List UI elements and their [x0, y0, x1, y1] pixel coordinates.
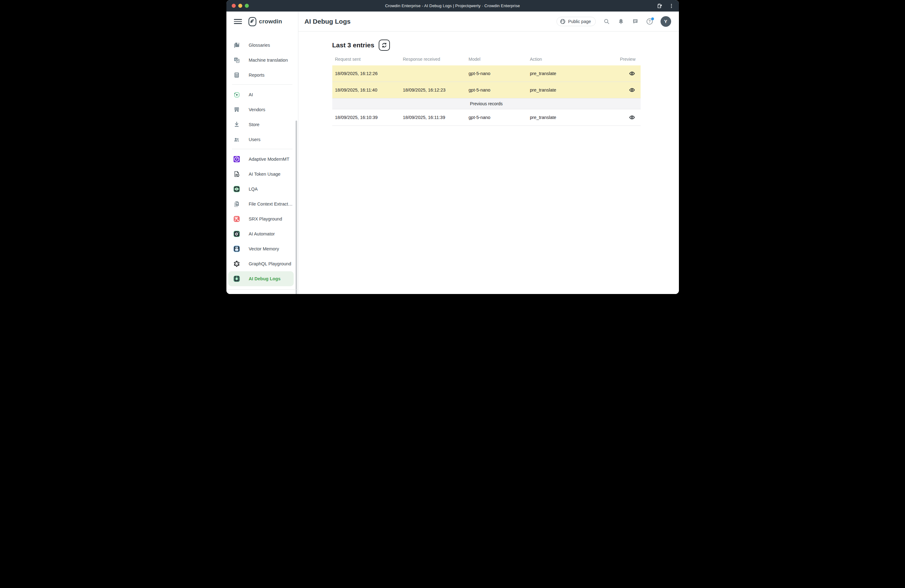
reports-icon	[233, 72, 240, 78]
sidebar-item-file-context-extractor[interactable]: File Context Extract…	[228, 197, 294, 211]
sidebar-item-label: Users	[249, 137, 260, 142]
cell-model: gpt-5-nano	[466, 87, 527, 92]
sidebar-item-label: Store	[249, 122, 260, 127]
svg-text:T: T	[236, 157, 238, 161]
window-titlebar: Crowdin Enterprise - AI Debug Logs | Pro…	[226, 0, 679, 11]
cell-request-sent: 18/09/2025, 16:11:40	[332, 87, 400, 92]
crowdin-logo[interactable]: crowdin	[248, 17, 282, 27]
preview-eye-icon[interactable]	[629, 72, 635, 76]
previous-records-button[interactable]: Previous records	[332, 99, 641, 109]
sidebar-item-ai-debug-logs[interactable]: AI Debug Logs	[228, 271, 294, 286]
graphql-playground-icon	[233, 261, 240, 267]
column-header-response-received: Response received	[400, 57, 466, 62]
content-area: Last 3 entries Request sent Response rec…	[298, 32, 679, 294]
store-icon	[233, 121, 240, 128]
hamburger-menu-icon[interactable]	[234, 18, 242, 25]
public-page-button[interactable]: Public page	[557, 17, 595, 26]
column-header-model: Model	[466, 57, 527, 62]
lqa-icon	[233, 186, 240, 192]
browser-menu-kebab-icon[interactable]	[668, 3, 675, 9]
extensions-puzzle-icon[interactable]	[656, 3, 663, 9]
sidebar-bottom-divider	[226, 289, 298, 290]
sidebar-item-label: AI	[249, 92, 253, 97]
column-header-request-sent: Request sent	[332, 57, 400, 62]
traffic-lights	[232, 0, 249, 11]
ai-debug-logs-icon	[233, 275, 240, 282]
sidebar-item-users[interactable]: Users	[228, 132, 294, 147]
sidebar-divider	[232, 84, 292, 85]
help-icon[interactable]: ?	[646, 18, 653, 25]
main-area: AI Debug Logs Public page	[298, 11, 679, 294]
main-header: AI Debug Logs Public page	[298, 11, 679, 32]
refresh-button[interactable]	[379, 40, 390, 51]
sidebar-item-label: Machine translation	[249, 57, 288, 63]
sidebar-item-vendors[interactable]: Vendors	[228, 102, 294, 117]
preview-eye-icon[interactable]	[629, 88, 635, 92]
messages-chat-icon[interactable]	[632, 18, 639, 25]
adaptive-modernmt-icon: T	[233, 156, 240, 162]
table-header-row: Request sent Response received Model Act…	[332, 53, 641, 65]
sidebar-item-label: Vector Memory	[249, 246, 279, 251]
sidebar-item-glossaries[interactable]: Glossaries	[228, 38, 294, 52]
ai-token-usage-icon	[233, 171, 240, 178]
sidebar-scrollbar[interactable]	[295, 121, 297, 294]
sidebar-divider	[232, 149, 292, 149]
help-notification-dot	[651, 17, 654, 20]
window-title: Crowdin Enterprise - AI Debug Logs | Pro…	[385, 3, 520, 8]
public-page-label: Public page	[568, 19, 591, 24]
column-header-preview: Preview	[613, 57, 641, 62]
sidebar-item-store[interactable]: Store	[228, 117, 294, 132]
sidebar-item-srx-playground[interactable]: SRX Playground	[228, 211, 294, 226]
close-window-button[interactable]	[232, 4, 236, 8]
sidebar-item-ai[interactable]: AI	[228, 87, 294, 102]
cell-action: pre_translate	[527, 87, 613, 92]
cell-action: pre_translate	[527, 71, 613, 76]
notifications-bell-icon[interactable]	[618, 18, 624, 25]
debug-logs-table: Request sent Response received Model Act…	[332, 53, 641, 126]
crowdin-wordmark: crowdin	[259, 18, 282, 25]
srx-playground-icon	[233, 216, 240, 222]
sidebar-item-label: LQA	[249, 186, 258, 192]
sidebar-item-label: Glossaries	[249, 43, 270, 48]
sidebar-item-ai-automator[interactable]: AI Automator	[228, 226, 294, 242]
entries-heading: Last 3 entries	[332, 41, 374, 49]
users-icon	[233, 136, 240, 143]
sidebar-item-vector-memory[interactable]: Vector Memory	[228, 242, 294, 256]
sidebar-item-label: Reports	[249, 73, 265, 78]
cell-request-sent: 18/09/2025, 16:12:26	[332, 71, 400, 76]
sidebar-header: crowdin	[226, 11, 298, 32]
cell-response-received: 18/09/2025, 16:11:39	[400, 115, 466, 120]
cell-model: gpt-5-nano	[466, 115, 527, 120]
vector-memory-icon	[233, 245, 240, 252]
table-row: 18/09/2025, 16:11:40 18/09/2025, 16:12:2…	[332, 82, 641, 99]
preview-eye-icon[interactable]	[629, 115, 635, 119]
file-context-extractor-icon	[233, 200, 240, 207]
sidebar-item-lqa[interactable]: LQA	[228, 181, 294, 197]
sidebar-item-label: SRX Playground	[249, 216, 282, 221]
search-icon[interactable]	[603, 18, 610, 25]
machine-translation-icon: G	[233, 57, 240, 64]
sidebar-item-label: AI Token Usage	[249, 172, 281, 176]
zoom-window-button[interactable]	[245, 4, 249, 8]
sidebar-item-label: Vendors	[249, 107, 265, 112]
sidebar-item-label: AI Automator	[249, 231, 275, 237]
sidebar-item-adaptive-modernmt[interactable]: T Adaptive ModernMT	[228, 152, 294, 167]
sidebar-item-graphql-playground[interactable]: GraphQL Playground	[228, 256, 294, 271]
cell-request-sent: 18/09/2025, 16:10:39	[332, 115, 400, 120]
table-row: 18/09/2025, 16:12:26 gpt-5-nano pre_tran…	[332, 65, 641, 82]
sidebar: crowdin Glossaries G Machine translation	[226, 11, 298, 294]
sidebar-item-ai-token-usage[interactable]: AI Token Usage	[228, 167, 294, 181]
cell-response-received: 18/09/2025, 16:12:23	[400, 87, 466, 92]
vendors-icon	[233, 106, 240, 113]
sidebar-item-reports[interactable]: Reports	[228, 68, 294, 83]
refresh-icon	[381, 42, 387, 48]
sidebar-item-label: Adaptive ModernMT	[249, 157, 290, 162]
glossaries-icon	[233, 42, 240, 49]
app-window: Crowdin Enterprise - AI Debug Logs | Pro…	[226, 0, 679, 294]
crowdin-logo-icon	[248, 17, 257, 27]
svg-text:?: ?	[648, 19, 651, 24]
sidebar-item-machine-translation[interactable]: G Machine translation	[228, 52, 294, 68]
table-row: 18/09/2025, 16:10:39 18/09/2025, 16:11:3…	[332, 109, 641, 126]
user-avatar[interactable]: Y	[660, 16, 671, 27]
minimize-window-button[interactable]	[238, 4, 242, 8]
